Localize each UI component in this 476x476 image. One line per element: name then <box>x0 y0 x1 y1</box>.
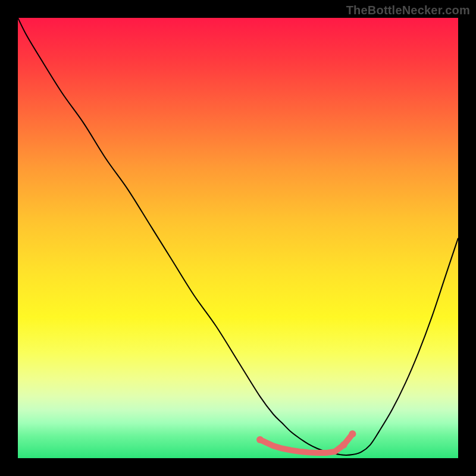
curve-svg <box>18 18 458 458</box>
optimal-range-markers <box>256 430 356 453</box>
chart-container: { "attribution": "TheBottleNecker.com", … <box>0 0 476 476</box>
marker-dot <box>256 436 264 443</box>
plot-area <box>18 18 458 458</box>
marker-dot <box>349 430 356 437</box>
bottleneck-curve <box>18 18 458 455</box>
marker-dot <box>340 441 347 449</box>
attribution-text: TheBottleNecker.com <box>346 4 470 17</box>
